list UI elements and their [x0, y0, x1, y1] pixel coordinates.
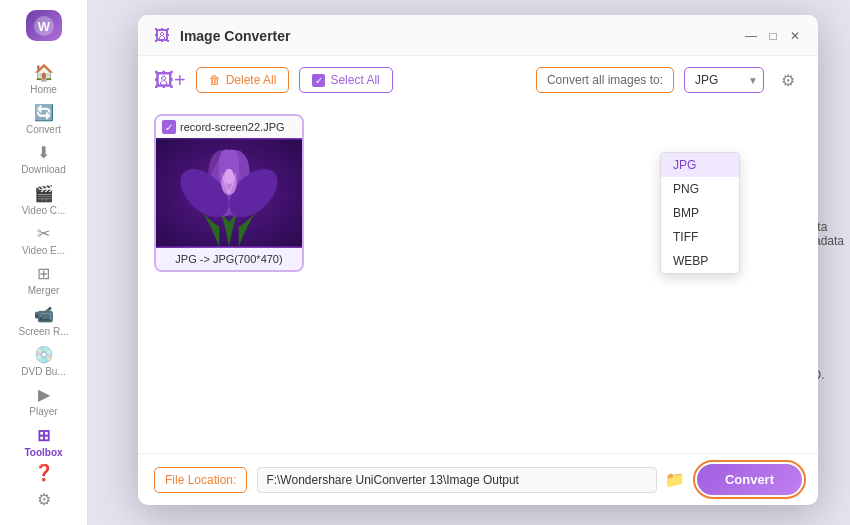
modal-title: Image Converter — [176, 28, 744, 44]
sidebar-item-video-compress[interactable]: 🎬 Video C... — [4, 180, 84, 218]
sidebar-item-home[interactable]: 🏠 Home — [4, 59, 84, 97]
sidebar: W 🏠 Home 🔄 Convert ⬇ Download 🎬 Video C.… — [0, 0, 88, 525]
image-filename: record-screen22.JPG — [180, 121, 285, 133]
format-settings-button[interactable]: ⚙ — [774, 66, 802, 94]
player-icon: ▶ — [38, 385, 50, 404]
image-converter-dialog: 🖼 Image Converter — □ ✕ 🖼+ 🗑 Delete All … — [138, 15, 818, 505]
sidebar-item-convert-label: Convert — [26, 124, 61, 135]
convert-button[interactable]: Convert — [697, 464, 802, 495]
minimize-button[interactable]: — — [744, 29, 758, 43]
image-thumbnail — [156, 138, 302, 248]
folder-icon: 📁 — [665, 471, 685, 488]
image-checkbox[interactable]: ✓ — [162, 120, 176, 134]
main-content: data etadata CD. 🖼 Image Converter — □ ✕… — [88, 0, 850, 525]
add-image-icon: 🖼+ — [154, 69, 186, 92]
svg-point-10 — [224, 169, 234, 185]
sidebar-item-download-label: Download — [21, 164, 65, 175]
dvd-burn-icon: 💿 — [34, 345, 54, 364]
format-option-tiff[interactable]: TIFF — [661, 225, 739, 249]
sidebar-item-toolbox-label: Toolbox — [24, 447, 62, 458]
file-location-path: 📁 — [257, 467, 687, 493]
sidebar-item-merger[interactable]: ⊞ Merger — [4, 261, 84, 299]
settings-button[interactable]: ⚙ — [37, 490, 51, 509]
select-all-button[interactable]: ✓ Select All — [299, 67, 392, 93]
sidebar-item-toolbox[interactable]: ⊞ Toolbox — [4, 423, 84, 461]
sidebar-item-merger-label: Merger — [28, 285, 60, 296]
window-controls: — □ ✕ — [744, 29, 802, 43]
add-image-button[interactable]: 🖼+ — [154, 69, 186, 92]
close-button[interactable]: ✕ — [788, 29, 802, 43]
sidebar-item-player[interactable]: ▶ Player — [4, 382, 84, 420]
help-button[interactable]: ❓ — [34, 463, 54, 482]
merger-icon: ⊞ — [37, 264, 50, 283]
sidebar-item-dvd-burn-label: DVD Bu... — [21, 366, 65, 377]
browse-folder-button[interactable]: 📁 — [663, 468, 687, 492]
sidebar-item-dvd-burn[interactable]: 💿 DVD Bu... — [4, 342, 84, 380]
select-all-checkbox: ✓ — [312, 74, 325, 87]
sidebar-item-video-compress-label: Video C... — [22, 205, 66, 216]
format-dropdown-menu: JPG PNG BMP TIFF WEBP — [660, 152, 740, 274]
trash-icon: 🗑 — [209, 73, 221, 87]
modal-footer: File Location: 📁 Convert — [138, 453, 818, 505]
sidebar-bottom: ❓ ⚙ — [34, 463, 54, 525]
app-logo: W — [26, 10, 62, 41]
gear-icon: ⚙ — [781, 71, 795, 90]
download-icon: ⬇ — [37, 143, 50, 162]
modal-toolbar: 🖼+ 🗑 Delete All ✓ Select All Convert all… — [138, 56, 818, 104]
home-icon: 🏠 — [34, 63, 54, 82]
image-card-header: ✓ record-screen22.JPG — [156, 116, 302, 138]
convert-all-label: Convert all images to: — [536, 67, 674, 93]
image-caption: JPG -> JPG(700*470) — [156, 248, 302, 270]
video-edit-icon: ✂ — [37, 224, 50, 243]
sidebar-item-home-label: Home — [30, 84, 57, 95]
format-option-jpg[interactable]: JPG — [661, 153, 739, 177]
sidebar-item-player-label: Player — [29, 406, 57, 417]
file-location-label: File Location: — [154, 467, 247, 493]
sidebar-item-video-edit-label: Video E... — [22, 245, 65, 256]
screen-record-icon: 📹 — [34, 305, 54, 324]
format-option-webp[interactable]: WEBP — [661, 249, 739, 273]
sidebar-item-video-edit[interactable]: ✂ Video E... — [4, 221, 84, 259]
toolbox-icon: ⊞ — [37, 426, 50, 445]
modal-content-area: ✓ record-screen22.JPG — [138, 104, 818, 453]
modal-icon: 🖼 — [154, 27, 170, 45]
sidebar-item-screen-record[interactable]: 📹 Screen R... — [4, 302, 84, 340]
maximize-button[interactable]: □ — [766, 29, 780, 43]
format-option-png[interactable]: PNG — [661, 177, 739, 201]
sidebar-item-screen-record-label: Screen R... — [18, 326, 68, 337]
file-path-input[interactable] — [257, 467, 657, 493]
delete-all-button[interactable]: 🗑 Delete All — [196, 67, 290, 93]
svg-text:W: W — [37, 19, 50, 34]
format-option-bmp[interactable]: BMP — [661, 201, 739, 225]
format-dropdown-wrapper: JPG PNG BMP TIFF WEBP ▼ — [684, 67, 764, 93]
video-compress-icon: 🎬 — [34, 184, 54, 203]
image-card: ✓ record-screen22.JPG — [154, 114, 304, 272]
format-select[interactable]: JPG PNG BMP TIFF WEBP — [684, 67, 764, 93]
convert-icon: 🔄 — [34, 103, 54, 122]
modal-titlebar: 🖼 Image Converter — □ ✕ — [138, 15, 818, 56]
sidebar-item-download[interactable]: ⬇ Download — [4, 140, 84, 178]
sidebar-item-convert[interactable]: 🔄 Convert — [4, 100, 84, 138]
